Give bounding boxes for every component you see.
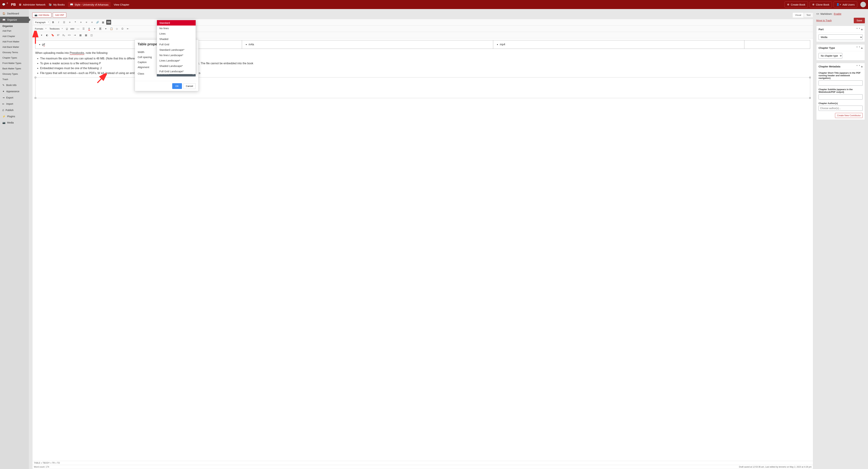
dropdown-item[interactable]: Standard Landscape* (157, 47, 196, 53)
chevron-up-icon[interactable]: ˄ (856, 28, 858, 31)
textboxes-select[interactable]: Textboxes (48, 27, 64, 31)
administer-network[interactable]: 🏛 Administer Network (19, 3, 45, 6)
resize-handle[interactable] (809, 97, 811, 99)
add-part[interactable]: Add Part (0, 28, 29, 33)
chapter-types[interactable]: Chapter Types (0, 55, 29, 60)
sidebar-book-info[interactable]: ✎ Book Info (0, 82, 29, 88)
dropdown-item[interactable]: No lines Landscape* (157, 53, 196, 58)
sidebar-import[interactable]: ⇤ Import (0, 101, 29, 107)
sidebar-dashboard[interactable]: 🏠 Dashboard (0, 10, 29, 17)
quote-button[interactable]: ❝ (73, 20, 78, 25)
move-to-trash[interactable]: Move to Trash (816, 19, 832, 22)
align-right-button[interactable]: ≡ (90, 20, 94, 25)
chevron-up-icon[interactable]: ˄ (856, 65, 858, 68)
add-front-matter[interactable]: Add Front Matter (0, 39, 29, 44)
add-chapter[interactable]: Add Chapter (0, 33, 29, 39)
underline-button[interactable]: U (64, 26, 69, 31)
caret-up-icon[interactable]: ▴ (861, 65, 863, 68)
superscript-button[interactable]: X² (56, 33, 61, 37)
paragraph-select[interactable]: Paragraph (33, 20, 50, 25)
save-button[interactable]: Save (854, 18, 865, 23)
dropdown-item[interactable]: Standard (157, 20, 196, 26)
editor-body[interactable]: gif m4a mp4 When uploading media into Pr… (32, 38, 813, 461)
current-book[interactable]: 📖 Style - University of Arkansas (68, 2, 111, 7)
chevron-down-icon[interactable]: ˅ (859, 28, 860, 31)
sidebar-export[interactable]: ⇥ Export (0, 94, 29, 101)
back-matter-types[interactable]: Back Matter Types (0, 66, 29, 71)
bold-button[interactable]: B (51, 20, 56, 25)
formats-select[interactable]: Formats (33, 27, 48, 31)
chevron-up-icon[interactable]: ˄ (856, 46, 858, 49)
sidebar-plugins[interactable]: ⚡ Plugins (0, 113, 29, 119)
chaptertype-select[interactable]: No chapter type (818, 53, 842, 59)
textcolor-button[interactable]: A (87, 26, 92, 31)
clone-book-button[interactable]: ⊕ Clone Book (810, 1, 832, 8)
code-button[interactable]: <> (67, 33, 72, 37)
markdown-enable-link[interactable]: Enable (834, 12, 841, 15)
bgcolor-button[interactable]: A (98, 26, 102, 31)
part-panel-head[interactable]: Part ˄ ˅ ▴ (816, 26, 865, 33)
table-cell[interactable] (744, 40, 810, 49)
pie-icon[interactable]: ◐ (44, 33, 50, 37)
cancel-button[interactable]: Cancel (183, 83, 196, 89)
table-cell[interactable]: mp4 (493, 40, 744, 49)
dropdown-item[interactable]: No lines (157, 26, 196, 31)
subscript-button[interactable]: X₂ (61, 33, 66, 37)
dropdown-item[interactable]: Shaded (157, 36, 196, 42)
add-h5p-button[interactable]: Add H5P (53, 12, 66, 18)
create-book-button[interactable]: ⊕ Create Book (784, 1, 808, 8)
omega-button[interactable]: Ω (120, 26, 125, 31)
bgcolor-chevron[interactable]: ▾ (103, 26, 108, 31)
clear-format-button[interactable]: ◇ (115, 26, 119, 31)
dropdown-item[interactable]: Full Grid (157, 42, 196, 47)
resize-handle[interactable] (35, 97, 36, 99)
link-button[interactable]: 🔗 (95, 20, 100, 25)
add-back-matter[interactable]: Add Back Matter (0, 44, 29, 50)
add-media-button[interactable]: 📷 Add Media (32, 12, 51, 18)
dropdown-item[interactable]: Shaded Landscape* (157, 63, 196, 68)
more-button[interactable]: ▦ (101, 20, 105, 25)
sidebar-media[interactable]: 📷 Media (0, 119, 29, 126)
chevron-down-icon[interactable]: ˅ (859, 46, 860, 49)
ok-button[interactable]: OK (172, 83, 182, 89)
glossary-terms[interactable]: Glossary Terms (0, 50, 29, 55)
justify-button[interactable]: ☰ (81, 26, 86, 31)
number-list-button[interactable]: ≡ (67, 20, 72, 25)
tab-text[interactable]: Text (804, 12, 813, 18)
logo[interactable]: PB (11, 3, 16, 7)
caret-up-icon[interactable]: ▴ (861, 28, 863, 31)
tab-visual[interactable]: Visual (793, 12, 804, 18)
glossary-types[interactable]: Glossary Types (0, 71, 29, 77)
user-avatar[interactable] (860, 2, 866, 7)
italic-button[interactable]: I (56, 20, 61, 25)
sidebar-publish[interactable]: ⎙ Publish (0, 107, 29, 113)
subtitle-input[interactable] (818, 94, 863, 99)
layout-icon[interactable]: ◫ (89, 33, 94, 37)
grid2-icon[interactable]: ▦ (84, 33, 88, 37)
dropdown-item[interactable]: Lines Landscape* (157, 58, 196, 63)
resize-handle[interactable] (809, 77, 811, 78)
sidebar-organize[interactable]: 📖 Organize (0, 17, 29, 23)
sidebar-appearance[interactable]: ✦ Appearance (0, 88, 29, 94)
caret-up-icon[interactable]: ▴ (861, 46, 863, 49)
dropdown-item[interactable]: Full Grid Landscape* (157, 68, 196, 74)
align-center-button[interactable]: ≡ (84, 20, 89, 25)
add-users-button[interactable]: 👤+ Add Users (834, 1, 857, 8)
dropdown-item[interactable]: Lines (157, 31, 196, 36)
comments-link[interactable]: 💬 0 (2, 3, 8, 6)
align-left-button[interactable]: ≡ (79, 20, 83, 25)
strike-button[interactable]: ᴀʙᴄ (70, 26, 75, 31)
create-contributor-button[interactable]: Create New Contributor (835, 113, 863, 118)
resize-handle[interactable] (35, 77, 36, 78)
keyboard-button[interactable]: ⌨ (106, 20, 111, 25)
table-cell[interactable]: m4a (242, 40, 493, 49)
outdent-button[interactable]: ⇤ (125, 26, 130, 31)
short-title-input[interactable] (818, 81, 863, 86)
chaptertype-head[interactable]: Chapter Type ˄ ˅ ▴ (816, 45, 865, 51)
bookmark-icon[interactable]: 🔖 (50, 33, 55, 37)
paste-button[interactable]: 📋 (109, 26, 114, 31)
hr-button[interactable]: — (75, 26, 81, 31)
front-matter-types[interactable]: Front Matter Types (0, 60, 29, 66)
authors-input[interactable] (818, 106, 863, 111)
metadata-head[interactable]: Chapter Metadata ˄ ˅ ▴ (816, 63, 865, 70)
